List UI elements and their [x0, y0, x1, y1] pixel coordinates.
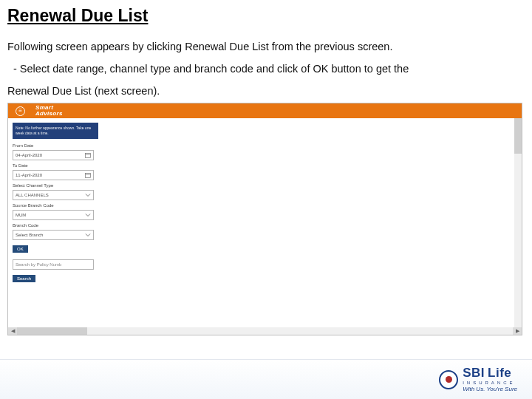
calendar-icon[interactable]: [85, 152, 91, 158]
horizontal-scrollbar[interactable]: ◀ ▶: [8, 327, 522, 335]
logo-circle-icon: [439, 370, 458, 389]
logo-brand-line: INSURANCE: [463, 381, 515, 385]
search-button[interactable]: Search: [13, 275, 35, 282]
source-branch-value: MUM: [16, 213, 26, 217]
branch-code-value: Select Branch: [16, 233, 43, 237]
svg-rect-2: [86, 173, 91, 177]
chevron-down-icon: [85, 192, 91, 198]
from-date-value: 04-April-2020: [16, 153, 42, 157]
calendar-icon[interactable]: [85, 172, 91, 178]
note-box: Note: No further appearance shown. Take …: [13, 123, 98, 139]
channel-type-select[interactable]: ALL CHANNELS: [13, 190, 94, 200]
scrollbar-thumb[interactable]: [514, 118, 522, 154]
sbi-life-logo: SBI Life INSURANCE With Us. You're Sure: [439, 366, 517, 392]
chevron-down-icon: [85, 232, 91, 238]
chevron-down-icon: [85, 212, 91, 218]
app-screenshot: ≡ Smart Advisors Note: No further appear…: [7, 103, 522, 335]
vertical-scrollbar[interactable]: [514, 118, 522, 327]
logo-brand-main: SBI: [463, 366, 485, 379]
source-branch-select[interactable]: MUM: [13, 210, 94, 220]
to-date-value: 11-April-2020: [16, 173, 42, 177]
description-line-3: Renewal Due List (next screen).: [0, 78, 532, 103]
svg-rect-0: [86, 153, 91, 157]
app-brand: Smart Advisors: [35, 105, 63, 117]
logo-tagline: With Us. You're Sure: [463, 386, 517, 392]
source-branch-label: Source Branch Code: [13, 203, 98, 208]
app-header-bar: ≡ Smart Advisors: [8, 103, 522, 118]
description-line-1: Following screen appears by clicking Ren…: [0, 29, 532, 55]
channel-type-value: ALL CHANNELS: [16, 193, 49, 197]
policy-search-placeholder: Search by Policy Numb: [16, 262, 61, 267]
from-date-input[interactable]: 04-April-2020: [13, 150, 94, 160]
to-date-input[interactable]: 11-April-2020: [13, 170, 94, 180]
app-brand-line2: Advisors: [35, 111, 63, 117]
ok-button[interactable]: OK: [13, 245, 28, 253]
to-date-label: To Date: [13, 163, 98, 168]
from-date-label: From Date: [13, 143, 98, 148]
scroll-left-icon[interactable]: ◀: [8, 327, 17, 335]
slide-footer: SBI Life INSURANCE With Us. You're Sure: [0, 359, 532, 399]
channel-type-label: Select Channel Type: [13, 183, 98, 188]
menu-icon[interactable]: ≡: [16, 106, 25, 116]
branch-code-label: Branch Code: [13, 223, 98, 228]
logo-text: SBI Life INSURANCE With Us. You're Sure: [463, 366, 517, 392]
description-line-2: - Select date range, channel type and br…: [0, 55, 532, 78]
scrollbar-thumb[interactable]: [17, 327, 87, 335]
logo-brand-sub: Life: [488, 366, 511, 379]
policy-search-input[interactable]: Search by Policy Numb: [13, 259, 94, 270]
form-column: Note: No further appearance shown. Take …: [8, 118, 103, 287]
branch-code-select[interactable]: Select Branch: [13, 230, 94, 240]
scroll-right-icon[interactable]: ▶: [513, 327, 522, 335]
page-title: Renewal Due List: [0, 0, 532, 29]
